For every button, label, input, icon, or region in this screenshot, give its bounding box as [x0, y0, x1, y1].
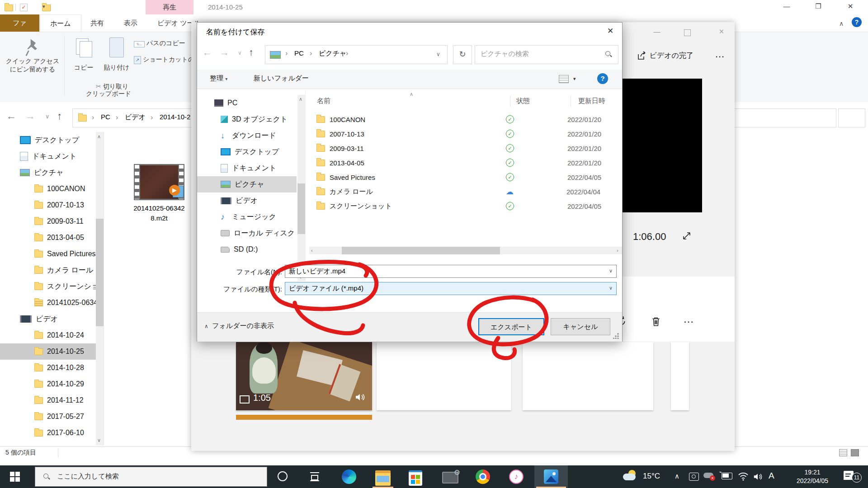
tree-item-pictures[interactable]: ピクチャ [197, 176, 297, 192]
hide-folders-button[interactable]: ∧ フォルダーの非表示 [204, 322, 274, 330]
tree-item-pc[interactable]: PC [197, 95, 297, 111]
view-mode-icon[interactable] [559, 75, 569, 83]
dialog-search-box[interactable]: ピクチャの検索 [475, 45, 618, 64]
taskbar-itunes-button[interactable]: ♪ [509, 469, 524, 484]
context-tab-group[interactable]: 再生 [146, 0, 193, 14]
filetype-dropdown-icon[interactable]: ∨ [609, 285, 613, 291]
back-icon[interactable]: ← [6, 110, 16, 122]
sidebar-item-2014-11-12[interactable]: 2014-11-12 [0, 392, 96, 408]
trash-icon[interactable] [650, 315, 662, 327]
tree-item-desktop[interactable]: デスクトップ [197, 144, 297, 160]
shortcut-button[interactable]: ↗ ショートカットの [134, 56, 194, 64]
filetype-combobox[interactable]: ビデオ ファイル (*.mp4) ∨ [285, 282, 617, 295]
restore-button[interactable]: ❐ [811, 1, 825, 13]
taskbar-edge-button[interactable] [342, 469, 356, 484]
scrollbar-thumb[interactable] [342, 247, 500, 254]
minimize-button[interactable]: — [780, 1, 793, 13]
recent-locations-icon[interactable]: ∨ [45, 113, 50, 120]
dialog-back-icon[interactable]: ← [203, 47, 212, 58]
close-button[interactable]: ✕ [844, 1, 857, 13]
copy-path-button[interactable]: \\... パスのコピー [134, 39, 185, 47]
file-row-2013-04-05[interactable]: 2013-04-05 ✓ 2022/01/20 [309, 155, 622, 170]
dialog-close-button[interactable]: ✕ [603, 26, 618, 37]
storyboard-card-3[interactable] [523, 342, 653, 410]
scrollbar-thumb[interactable] [297, 183, 305, 234]
thumbnail-view-icon[interactable] [851, 449, 859, 456]
breadcrumb-chevron[interactable]: › [116, 113, 118, 122]
show-hidden-icons-button[interactable]: ∧ [675, 472, 679, 480]
camera-tray-icon[interactable] [689, 473, 699, 481]
storyboard-card-4[interactable] [671, 342, 689, 410]
sidebar-item-2014-10-29[interactable]: 2014-10-29 [0, 376, 96, 392]
explorer-search-box[interactable] [838, 108, 865, 127]
sidebar-item-pictures[interactable]: ピクチャ [0, 164, 96, 181]
qat-check-icon[interactable]: ✓ [20, 4, 28, 11]
ime-indicator[interactable]: A [769, 471, 774, 481]
sort-chevron-icon[interactable]: ∧ [410, 91, 413, 97]
wifi-tray-icon[interactable] [738, 472, 749, 481]
sidebar-item-documents[interactable]: ドキュメント [0, 148, 96, 164]
sidebar-item-100canon[interactable]: 100CANON [0, 181, 96, 197]
column-header-date[interactable]: 更新日時 [578, 97, 605, 105]
video-file-item[interactable]: ▶ 20141025-06342 8.m2t [129, 163, 189, 227]
qat-caret-icon[interactable]: ▾ [42, 4, 45, 9]
panel-more-button[interactable]: … [683, 313, 696, 325]
sidebar-item-saved-pictures[interactable]: Saved Pictures [0, 246, 96, 262]
clock[interactable]: 19:21 2022/04/05 [784, 468, 841, 485]
notification-center-button[interactable]: 11 [844, 471, 862, 483]
dialog-forward-icon[interactable]: → [220, 47, 229, 58]
breadcrumb-pc[interactable]: PC [101, 113, 110, 121]
breadcrumb-dropdown-icon[interactable]: ∨ [436, 51, 440, 57]
taskbar-explorer-button[interactable] [375, 470, 391, 486]
tree-item-sd[interactable]: SD (D:) [197, 241, 297, 258]
sidebar-item-2017-06-10[interactable]: 2017-06-10 [0, 425, 96, 441]
view-mode-dropdown-icon[interactable]: ▾ [573, 76, 576, 82]
sidebar-item-2014-10-25[interactable]: 2014-10-25 [0, 343, 96, 360]
up-icon[interactable]: ↑ [57, 110, 62, 122]
refresh-icon[interactable]: ↻ [453, 45, 472, 64]
finish-video-button[interactable]: ビデオの完了 [637, 50, 693, 64]
paste-button[interactable]: 貼り付け [100, 36, 133, 79]
quick-access-folder-icon[interactable] [5, 5, 13, 11]
fullscreen-icon[interactable] [682, 231, 692, 241]
sidebar-item-desktop[interactable]: デスクトップ [0, 132, 96, 148]
taskbar-search-box[interactable]: ここに入力して検索 [35, 467, 267, 487]
tab-home[interactable]: ホーム [40, 14, 81, 32]
dialog-crumb-pictures[interactable]: ピクチャ [319, 49, 346, 58]
file-row-camera-roll[interactable]: カメラ ロール ☁ 2022/04/04 [309, 184, 622, 199]
taskbar-photos-button[interactable] [544, 469, 558, 484]
taskbar-store-button[interactable] [409, 470, 422, 486]
scroll-up-icon[interactable]: ∧ [299, 96, 302, 102]
sidebar-item-videos[interactable]: ビデオ [0, 311, 96, 327]
details-view-icon[interactable] [839, 449, 847, 456]
tree-item-local-disk[interactable]: ローカル ディスク (C [197, 225, 297, 241]
clip-audio-icon[interactable] [354, 392, 365, 403]
scroll-left-icon[interactable]: ‹ [311, 248, 313, 253]
file-row-2009-03-11[interactable]: 2009-03-11 ✓ 2022/01/20 [309, 141, 622, 155]
filename-dropdown-icon[interactable]: ∨ [609, 268, 613, 274]
breadcrumb-chevron[interactable]: › [285, 49, 288, 57]
taskbar-device-button[interactable]: ⚙ [442, 472, 458, 483]
storyboard-card-2[interactable] [377, 342, 511, 410]
taskbar-chrome-button[interactable] [476, 469, 490, 484]
photos-more-button[interactable]: … [715, 48, 726, 60]
sidebar-item-2007-10-13[interactable]: 2007-10-13 [0, 197, 96, 213]
file-row-2007-10-13[interactable]: 2007-10-13 ✓ 2022/01/20 [309, 127, 622, 141]
forward-icon[interactable]: → [25, 110, 35, 122]
column-header-name[interactable]: 名前 [317, 97, 330, 105]
photos-minimize-button[interactable]: — [650, 28, 664, 35]
file-list-hscrollbar[interactable]: ‹ › [309, 247, 622, 254]
tree-item-videos[interactable]: ビデオ [197, 192, 297, 209]
breadcrumb-videos[interactable]: ビデオ [125, 113, 146, 122]
resize-grip[interactable] [613, 333, 619, 339]
export-button[interactable]: エクスポート [478, 318, 544, 335]
tab-file[interactable]: ファイル [0, 14, 39, 32]
breadcrumb-chevron[interactable]: › [151, 113, 153, 122]
scroll-up-icon[interactable]: ∧ [97, 134, 101, 140]
volume-tray-icon[interactable] [752, 472, 763, 482]
weather-icon[interactable] [623, 470, 639, 483]
cortana-button[interactable] [278, 471, 288, 481]
sidebar-item-2017-05-27[interactable]: 2017-05-27 [0, 408, 96, 425]
breadcrumb-chevron[interactable]: › [310, 49, 312, 57]
search-icon[interactable] [605, 51, 612, 57]
